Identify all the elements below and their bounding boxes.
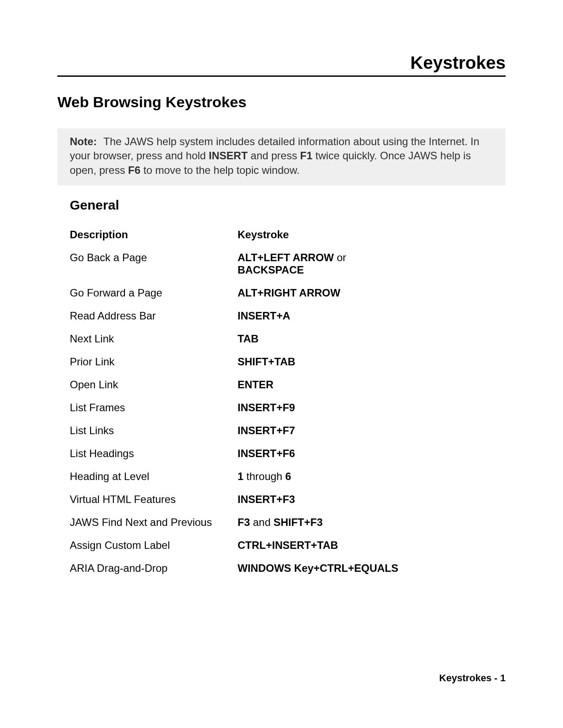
description-cell: List Frames (70, 402, 238, 414)
keystroke-key: 1 (238, 470, 243, 482)
subsection-title: General (70, 198, 506, 213)
table-row: Prior LinkSHIFT+TAB (70, 350, 405, 373)
keystroke-key: F3 (238, 516, 250, 528)
section-title: Web Browsing Keystrokes (57, 94, 506, 111)
header: Keystrokes (57, 53, 506, 77)
note-label: Note: (70, 135, 97, 147)
note-text-post: to move to the help topic window. (144, 164, 300, 176)
keystroke-cell: WINDOWS Key+CTRL+EQUALS (238, 562, 405, 574)
keystroke-key: BACKSPACE (238, 264, 304, 276)
description-cell: ARIA Drag-and-Drop (70, 562, 238, 574)
description-cell: Assign Custom Label (70, 539, 238, 552)
keystroke-cell: INSERT+F3 (238, 493, 405, 506)
keystroke-cell: TAB (238, 333, 405, 345)
keystroke-cell: INSERT+F9 (238, 402, 405, 414)
note-box: Note: The JAWS help system includes deta… (57, 128, 506, 185)
keystroke-cell: 1 through 6 (238, 470, 405, 483)
description-cell: Read Address Bar (70, 310, 238, 322)
description-cell: Heading at Level (70, 470, 238, 483)
description-cell: JAWS Find Next and Previous (70, 516, 238, 529)
keystroke-text: through (243, 470, 285, 482)
table-row: JAWS Find Next and PreviousF3 and SHIFT+… (70, 511, 405, 534)
table-row: Go Back a PageALT+LEFT ARROW or BACKSPAC… (70, 246, 405, 281)
note-key-f6: F6 (128, 164, 140, 176)
description-cell: List Links (70, 424, 238, 437)
page-title: Keystrokes (57, 53, 506, 73)
table-row: Heading at Level1 through 6 (70, 465, 405, 488)
table-row: Read Address BarINSERT+A (70, 304, 405, 327)
keystroke-key: WINDOWS Key+CTRL+EQUALS (238, 562, 398, 574)
keystroke-cell: ALT+RIGHT ARROW (238, 287, 405, 299)
keystroke-key: INSERT+F3 (238, 493, 295, 505)
description-cell: List Headings (70, 447, 238, 460)
keystroke-key: INSERT+F6 (238, 447, 295, 459)
table-row: Assign Custom LabelCTRL+INSERT+TAB (70, 534, 405, 557)
table-header-row: Description Keystroke (70, 223, 405, 246)
keystroke-cell: INSERT+A (238, 310, 405, 322)
keystroke-text: and (250, 516, 273, 528)
table-row: Virtual HTML FeaturesINSERT+F3 (70, 488, 405, 511)
keystroke-cell: SHIFT+TAB (238, 356, 405, 368)
table-row: List LinksINSERT+F7 (70, 419, 405, 442)
keystroke-cell: ALT+LEFT ARROW or BACKSPACE (238, 251, 405, 276)
keystroke-key: INSERT+F9 (238, 402, 295, 413)
description-cell: Virtual HTML Features (70, 493, 238, 506)
keystroke-cell: CTRL+INSERT+TAB (238, 539, 405, 552)
table-row: Go Forward a PageALT+RIGHT ARROW (70, 281, 405, 304)
note-key-f1: F1 (300, 150, 313, 161)
table-row: List FramesINSERT+F9 (70, 396, 405, 419)
description-cell: Prior Link (70, 356, 238, 368)
keystroke-key: ALT+RIGHT ARROW (238, 287, 340, 299)
keystroke-key: ALT+LEFT ARROW (238, 251, 334, 263)
table-row: Next LinkTAB (70, 327, 405, 350)
description-cell: Go Back a Page (70, 251, 238, 264)
keystroke-cell: ENTER (238, 379, 405, 391)
keystroke-key: TAB (238, 333, 259, 345)
description-cell: Next Link (70, 333, 238, 345)
page-footer: Keystrokes - 1 (439, 672, 506, 684)
note-text-mid1: and press (251, 150, 300, 161)
keystroke-key: 6 (285, 470, 291, 482)
keystroke-key: INSERT+A (238, 310, 290, 322)
keystroke-key: SHIFT+TAB (238, 356, 295, 368)
table-row: List HeadingsINSERT+F6 (70, 442, 405, 465)
note-key-insert: INSERT (209, 150, 248, 161)
keystroke-cell: INSERT+F6 (238, 447, 405, 460)
table-row: ARIA Drag-and-DropWINDOWS Key+CTRL+EQUAL… (70, 557, 405, 580)
keystroke-key: CTRL+INSERT+TAB (238, 539, 338, 551)
keystroke-cell: F3 and SHIFT+F3 (238, 516, 405, 529)
keystroke-key: INSERT+F7 (238, 424, 295, 436)
col-header-description: Description (70, 229, 238, 241)
keystroke-key: SHIFT+F3 (273, 516, 322, 528)
table-row: Open LinkENTER (70, 373, 405, 396)
col-header-keystroke: Keystroke (238, 229, 405, 241)
keystroke-key: ENTER (238, 379, 273, 390)
description-cell: Open Link (70, 379, 238, 391)
description-cell: Go Forward a Page (70, 287, 238, 299)
keystroke-text: or (334, 251, 346, 263)
keystroke-table: Description Keystroke Go Back a PageALT+… (70, 223, 405, 580)
keystroke-cell: INSERT+F7 (238, 424, 405, 437)
